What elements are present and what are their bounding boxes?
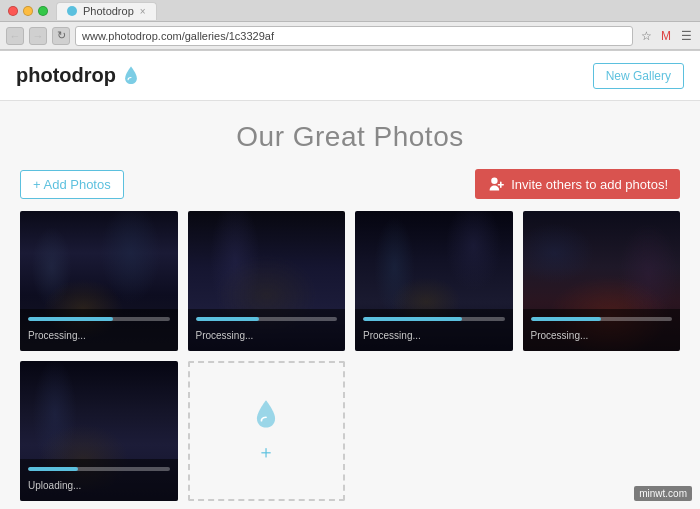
progress-bar-bg-1: [28, 317, 170, 321]
progress-bar-fill-2: [196, 317, 260, 321]
page-title: Our Great Photos: [0, 121, 700, 153]
processing-overlay-1: Processing...: [20, 309, 178, 351]
logo-drop: drop: [72, 64, 116, 86]
app-content: photodrop New Gallery Our Great Photos +…: [0, 51, 700, 509]
processing-overlay-2: Processing...: [188, 309, 346, 351]
forward-button[interactable]: →: [29, 27, 47, 45]
progress-bar-fill-4: [531, 317, 602, 321]
invite-button[interactable]: Invite others to add photos!: [475, 169, 680, 199]
invite-icon: [487, 175, 505, 193]
progress-bar-bg-3: [363, 317, 505, 321]
watermark: minwt.com: [634, 486, 692, 501]
browser-titlebar: Photodrop ×: [0, 0, 700, 22]
menu-icon[interactable]: ☰: [678, 28, 694, 44]
address-bar[interactable]: www.photodrop.com/galleries/1c3329af: [75, 26, 633, 46]
logo-text: photodrop: [16, 64, 116, 87]
progress-bar-bg-2: [196, 317, 338, 321]
photo-thumb-3[interactable]: Processing...: [355, 211, 513, 351]
tab-favicon: [67, 6, 77, 16]
photo-grid-row2: Uploading... ＋: [0, 361, 700, 501]
star-icon[interactable]: ☆: [638, 28, 654, 44]
upload-progress-bg: [28, 467, 170, 471]
mail-icon[interactable]: M: [658, 28, 674, 44]
processing-text-4: Processing...: [531, 330, 589, 341]
photo-grid-row1: Processing... Processing... Processing..…: [0, 211, 700, 351]
add-photos-button[interactable]: + Add Photos: [20, 170, 124, 199]
photo-thumb-5[interactable]: Uploading...: [20, 361, 178, 501]
processing-text-3: Processing...: [363, 330, 421, 341]
uploading-text: Uploading...: [28, 480, 81, 491]
photo-thumb-4[interactable]: Processing...: [523, 211, 681, 351]
invite-label: Invite others to add photos!: [511, 177, 668, 192]
url-text: www.photodrop.com/galleries/1c3329af: [82, 30, 274, 42]
processing-text-2: Processing...: [196, 330, 254, 341]
tab-title: Photodrop: [83, 5, 134, 17]
progress-bar-fill-3: [363, 317, 462, 321]
maximize-button[interactable]: [38, 6, 48, 16]
browser-chrome: Photodrop × ← → ↻ www.photodrop.com/gall…: [0, 0, 700, 51]
photo-thumb-1[interactable]: Processing...: [20, 211, 178, 351]
logo-drop-icon: [120, 65, 142, 87]
processing-overlay-4: Processing...: [523, 309, 681, 351]
photo-thumb-2[interactable]: Processing...: [188, 211, 346, 351]
watermark-text: minwt.com: [639, 488, 687, 499]
upload-progress-fill: [28, 467, 78, 471]
tab-close-icon[interactable]: ×: [140, 6, 146, 17]
logo: photodrop: [16, 64, 142, 87]
close-button[interactable]: [8, 6, 18, 16]
app-header: photodrop New Gallery: [0, 51, 700, 101]
drop-icon: [252, 398, 280, 432]
progress-bar-bg-4: [531, 317, 673, 321]
drop-zone-plus-icon: ＋: [257, 440, 275, 464]
svg-point-0: [491, 178, 497, 184]
logo-photo: photo: [16, 64, 72, 86]
minimize-button[interactable]: [23, 6, 33, 16]
progress-bar-fill-1: [28, 317, 113, 321]
toolbar-right: ☆ M ☰: [638, 28, 694, 44]
refresh-button[interactable]: ↻: [52, 27, 70, 45]
uploading-overlay: Uploading...: [20, 459, 178, 501]
browser-tab[interactable]: Photodrop ×: [56, 2, 157, 20]
processing-text-1: Processing...: [28, 330, 86, 341]
drop-zone[interactable]: ＋: [188, 361, 346, 501]
processing-overlay-3: Processing...: [355, 309, 513, 351]
action-bar: + Add Photos Invite others to add photos…: [0, 169, 700, 211]
browser-window-controls: [8, 6, 48, 16]
new-gallery-button[interactable]: New Gallery: [593, 63, 684, 89]
browser-toolbar: ← → ↻ www.photodrop.com/galleries/1c3329…: [0, 22, 700, 50]
back-button[interactable]: ←: [6, 27, 24, 45]
page-title-area: Our Great Photos: [0, 101, 700, 169]
